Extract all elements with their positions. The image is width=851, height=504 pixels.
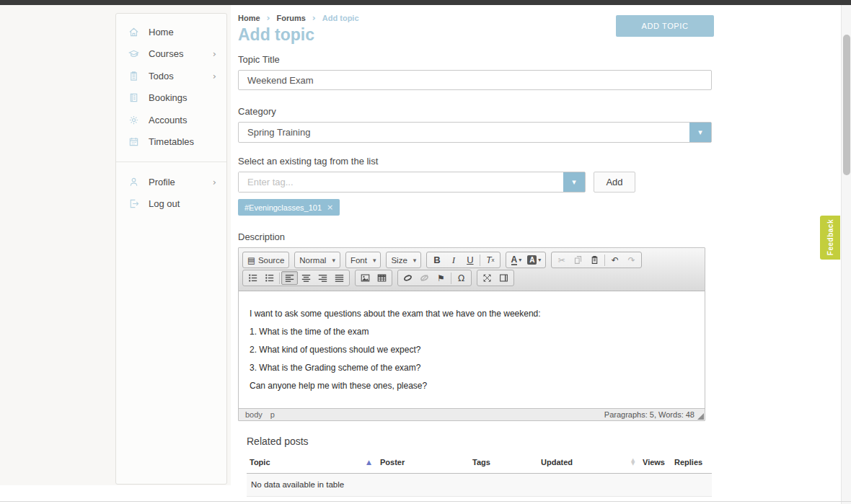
element-path-p[interactable]: p [270, 410, 275, 419]
chevron-down-icon[interactable]: ▾ [689, 123, 711, 142]
unlink-icon[interactable] [416, 271, 433, 285]
editor-paragraph: 3. What is the Grading scheme of the exa… [250, 363, 694, 373]
sidebar-item-bookings[interactable]: Bookings [116, 87, 226, 110]
maximize-icon[interactable] [479, 271, 495, 285]
insert-table-icon[interactable] [374, 271, 390, 285]
add-topic-button[interactable]: ADD TOPIC [616, 15, 714, 37]
clipboard-list-icon [128, 71, 139, 81]
category-select[interactable]: Spring Training ▾ [238, 122, 712, 143]
topic-title-label: Topic Title [238, 54, 714, 65]
sidebar-item-courses[interactable]: Courses › [116, 43, 226, 66]
align-right-icon[interactable] [314, 271, 331, 285]
cut-icon[interactable]: ✂ [553, 253, 570, 267]
sidebar-item-label: Accounts [149, 115, 216, 125]
element-path-body[interactable]: body [245, 410, 263, 419]
feedback-tab[interactable]: Feedback [820, 216, 840, 260]
font-dropdown[interactable]: Font▾ [345, 252, 382, 268]
tag-label: Select an existing tag from the list [238, 156, 714, 167]
breadcrumb-forums[interactable]: Forums [277, 14, 306, 22]
size-dropdown[interactable]: Size▾ [386, 252, 421, 268]
align-center-icon[interactable] [298, 271, 314, 285]
insert-image-icon[interactable] [357, 271, 374, 285]
background-color-button[interactable]: A▾ [524, 253, 544, 267]
book-icon [128, 92, 139, 103]
related-posts-section: Related posts Topic ▲ Poster Tags Update… [247, 436, 712, 504]
category-selected-value: Spring Training [239, 123, 689, 142]
page-scrollbar[interactable] [841, 5, 851, 504]
add-tag-button[interactable]: Add [594, 172, 635, 193]
column-header-updated[interactable]: Updated [541, 458, 631, 467]
topic-title-input[interactable] [238, 70, 712, 90]
sidebar-item-logout[interactable]: Log out [116, 193, 226, 216]
home-icon [128, 27, 139, 37]
anchor-flag-icon[interactable]: ⚑ [433, 271, 449, 285]
sidebar-item-accounts[interactable]: Accounts [116, 109, 226, 131]
link-icon[interactable] [400, 271, 416, 285]
underline-button[interactable]: U [462, 253, 478, 267]
italic-button[interactable]: I [445, 253, 462, 267]
remove-format-button[interactable]: Tx [482, 253, 498, 267]
tag-chip: #Eveningclasses_101 × [238, 199, 340, 216]
paragraph-format-dropdown[interactable]: Normal▾ [294, 252, 340, 268]
chevron-down-icon[interactable]: ▾ [563, 172, 585, 192]
align-left-icon[interactable] [281, 271, 298, 285]
calendar-icon [128, 136, 139, 147]
column-header-replies[interactable]: Replies [674, 458, 709, 467]
source-button[interactable]: ▤Source [244, 253, 287, 267]
sidebar-item-profile[interactable]: Profile › [116, 171, 226, 193]
column-header-topic[interactable]: Topic ▲ [250, 458, 380, 467]
description-label: Description [238, 231, 714, 242]
column-header-poster[interactable]: Poster [380, 458, 472, 467]
editor-paragraph: 2. What kind of questions should we expe… [250, 345, 694, 355]
chevron-right-icon: › [213, 71, 216, 81]
breadcrumb-current: Add topic [322, 14, 359, 22]
page-title: Add topic [238, 25, 359, 45]
editor-content[interactable]: I want to ask some questions about the e… [239, 291, 705, 408]
sidebar-item-timetables[interactable]: Timetables [116, 131, 226, 154]
column-header-views[interactable]: Views [643, 458, 674, 467]
numbered-list-icon[interactable] [244, 271, 261, 285]
tag-combobox: ▾ [238, 172, 586, 193]
graduation-cap-icon [128, 48, 139, 59]
person-icon [128, 177, 139, 187]
bulleted-list-icon[interactable] [261, 271, 278, 285]
paste-icon[interactable] [586, 253, 603, 267]
bold-button[interactable]: B [428, 253, 445, 267]
sidebar-item-label: Log out [149, 198, 216, 209]
category-label: Category [238, 106, 714, 117]
chevron-right-icon: › [213, 177, 216, 187]
sort-ascending-icon: ▲ [366, 459, 371, 466]
tag-input[interactable] [239, 172, 563, 192]
justify-icon[interactable] [331, 271, 348, 285]
bottom-divider [0, 501, 851, 502]
sidebar-item-label: Bookings [149, 92, 216, 103]
sort-both-icon: ▲▼ [631, 459, 643, 466]
redo-icon[interactable]: ↷ [623, 253, 640, 267]
text-color-button[interactable]: A▾ [508, 253, 524, 267]
scrollbar-thumb[interactable] [843, 35, 850, 175]
editor-paragraph: I want to ask some questions about the e… [250, 309, 694, 319]
editor-status-bar: body p Paragraphs: 5, Words: 48 [239, 408, 705, 420]
sidebar-divider [116, 162, 226, 162]
sidebar: Home Courses › Todos › Bookings Accounts… [115, 13, 227, 485]
caret-down-icon: ▾ [332, 257, 335, 264]
top-chrome-bar [0, 0, 851, 5]
breadcrumb-home[interactable]: Home [238, 14, 260, 22]
editor-resize-handle[interactable] [697, 413, 704, 420]
editor-paragraph: 1. What is the time of the exam [250, 327, 694, 337]
copy-icon[interactable] [570, 253, 586, 267]
logout-icon [128, 198, 139, 209]
sidebar-item-label: Home [149, 27, 216, 37]
show-blocks-icon[interactable] [495, 271, 512, 285]
related-posts-title: Related posts [247, 436, 712, 447]
column-header-tags[interactable]: Tags [472, 458, 541, 467]
sidebar-item-home[interactable]: Home [116, 21, 226, 43]
sidebar-item-todos[interactable]: Todos › [116, 65, 226, 87]
editor-toolbar: ▤Source Normal▾ Font▾ Size▾ B I U Tx A▾ … [239, 248, 705, 291]
special-character-icon[interactable]: Ω [453, 271, 469, 285]
remove-tag-icon[interactable]: × [327, 203, 333, 212]
gear-icon [128, 115, 139, 125]
feedback-tab-label: Feedback [826, 219, 834, 255]
undo-icon[interactable]: ↶ [607, 253, 623, 267]
table-header-row: Topic ▲ Poster Tags Updated ▲▼ Views Rep… [247, 454, 712, 474]
